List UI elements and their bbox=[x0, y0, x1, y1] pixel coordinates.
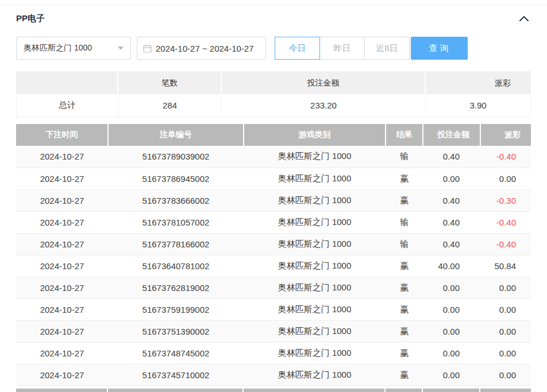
table-row: 2024-10-27 51673778166002 奥林匹斯之门 1000 输 … bbox=[16, 233, 531, 255]
bet-records-table: 下注时间 注单编号 游戏类别 结果 投注金额 派彩 2024-10-27 516… bbox=[16, 124, 531, 386]
cell-bet-amount: 0.00 bbox=[423, 298, 480, 320]
cell-result: 输 bbox=[386, 233, 423, 255]
cell-payout: 0.00 bbox=[480, 320, 531, 342]
cell-bet-amount: 0.40 bbox=[423, 189, 480, 211]
cell-bet-id: 51673783666002 bbox=[108, 189, 244, 211]
next-col-payout: 派彩 bbox=[480, 389, 531, 392]
cell-bet-id: 51673745710002 bbox=[108, 364, 244, 386]
next-col-result: 结果 bbox=[386, 389, 423, 392]
cell-result: 赢 bbox=[386, 255, 423, 277]
cell-bet-id: 51673781057002 bbox=[108, 211, 244, 233]
cell-payout: 0.00 bbox=[480, 277, 531, 298]
next-col-bet-id: 注单编号 bbox=[108, 389, 244, 392]
table-row: 2024-10-27 51673762819002 奥林匹斯之门 1000 赢 … bbox=[16, 277, 531, 298]
caret-down-icon bbox=[118, 46, 124, 50]
date-range-picker[interactable]: 2024-10-27 ~ 2024-10-27 bbox=[137, 37, 266, 60]
cell-result: 赢 bbox=[386, 277, 423, 298]
summary-bet-amount-value: 233.20 bbox=[222, 94, 426, 117]
cell-game-type: 奥林匹斯之门 1000 bbox=[244, 255, 386, 277]
summary-header-bet-amount: 投注金额 bbox=[222, 72, 426, 94]
cell-payout: -0.40 bbox=[480, 211, 531, 233]
collapse-button[interactable] bbox=[517, 13, 531, 24]
cell-payout: 0.00 bbox=[480, 364, 531, 386]
table-row: 2024-10-27 51673783666002 奥林匹斯之门 1000 赢 … bbox=[16, 189, 531, 211]
bet-records-body: 2024-10-27 51673789039002 奥林匹斯之门 1000 输 … bbox=[16, 146, 531, 386]
next-col-bet-amount: 投注金额 bbox=[423, 389, 480, 392]
summary-count-value: 284 bbox=[118, 94, 222, 117]
cell-game-type: 奥林匹斯之门 1000 bbox=[244, 298, 386, 320]
cell-payout: 50.84 bbox=[480, 255, 531, 277]
cell-bet-id: 51673786945002 bbox=[108, 168, 244, 189]
cell-game-type: 奥林匹斯之门 1000 bbox=[244, 320, 386, 342]
quick-range-group: 今日 昨日 近8日 bbox=[275, 37, 410, 60]
cell-payout: -0.30 bbox=[480, 189, 531, 211]
summary-header-empty bbox=[17, 72, 118, 94]
cell-bet-time: 2024-10-27 bbox=[16, 168, 108, 189]
cell-bet-time: 2024-10-27 bbox=[16, 298, 108, 320]
cell-game-type: 奥林匹斯之门 1000 bbox=[244, 233, 386, 255]
table-row: 2024-10-27 51673786945002 奥林匹斯之门 1000 赢 … bbox=[16, 168, 531, 189]
cell-bet-time: 2024-10-27 bbox=[16, 189, 108, 211]
cell-bet-id: 51673759199002 bbox=[108, 298, 244, 320]
cell-payout: 0.00 bbox=[480, 168, 531, 189]
cell-result: 赢 bbox=[386, 342, 423, 364]
cell-game-type: 奥林匹斯之门 1000 bbox=[244, 189, 386, 211]
col-bet-amount: 投注金额 bbox=[423, 124, 480, 146]
table-row: 2024-10-27 51673748745002 奥林匹斯之门 1000 赢 … bbox=[16, 342, 531, 364]
cell-bet-amount: 40.00 bbox=[423, 255, 480, 277]
next-table-header: 下注时间 注单编号 游戏类别 结果 投注金额 派彩 bbox=[16, 389, 531, 392]
cell-bet-id: 51673748745002 bbox=[108, 342, 244, 364]
cell-result: 赢 bbox=[386, 298, 423, 320]
panel-header: PP电子 bbox=[16, 5, 531, 32]
cell-game-type: 奥林匹斯之门 1000 bbox=[244, 168, 386, 189]
pp-dianzi-panel: PP电子 奥林匹斯之门 1000 2024-10-27 ~ 2024-10-27… bbox=[0, 5, 547, 392]
table-row: 2024-10-27 51673640781002 奥林匹斯之门 1000 赢 … bbox=[16, 255, 531, 277]
filter-bar: 奥林匹斯之门 1000 2024-10-27 ~ 2024-10-27 今日 昨… bbox=[16, 37, 531, 60]
col-result: 结果 bbox=[386, 124, 423, 146]
next-col-game-type: 游戏类别 bbox=[244, 389, 386, 392]
cell-result: 赢 bbox=[386, 168, 423, 189]
cell-result: 输 bbox=[386, 211, 423, 233]
cell-bet-amount: 0.00 bbox=[423, 277, 480, 298]
cell-bet-time: 2024-10-27 bbox=[16, 364, 108, 386]
cell-result: 赢 bbox=[386, 364, 423, 386]
summary-table: 笔数 投注金额 派彩 总计 284 233.20 3.90 bbox=[16, 71, 531, 117]
table-row: 2024-10-27 51673745710002 奥林匹斯之门 1000 赢 … bbox=[16, 364, 531, 386]
today-button[interactable]: 今日 bbox=[275, 37, 320, 60]
col-bet-id: 注单编号 bbox=[108, 124, 244, 146]
cell-bet-time: 2024-10-27 bbox=[16, 211, 108, 233]
cell-bet-id: 51673789039002 bbox=[108, 146, 244, 168]
table-row: 2024-10-27 51673759199002 奥林匹斯之门 1000 赢 … bbox=[16, 298, 531, 320]
cell-game-type: 奥林匹斯之门 1000 bbox=[244, 211, 386, 233]
game-select[interactable]: 奥林匹斯之门 1000 bbox=[16, 37, 131, 60]
cell-bet-amount: 0.40 bbox=[423, 211, 480, 233]
col-game-type: 游戏类别 bbox=[244, 124, 386, 146]
game-select-value: 奥林匹斯之门 1000 bbox=[24, 43, 92, 53]
last-8-days-button[interactable]: 近8日 bbox=[364, 37, 410, 60]
cell-bet-amount: 0.40 bbox=[423, 146, 480, 168]
summary-total-label: 总计 bbox=[17, 94, 118, 117]
cell-bet-id: 51673640781002 bbox=[108, 255, 244, 277]
cell-result: 赢 bbox=[386, 189, 423, 211]
cell-payout: 0.00 bbox=[480, 342, 531, 364]
cell-bet-time: 2024-10-27 bbox=[16, 277, 108, 298]
col-bet-time: 下注时间 bbox=[16, 124, 108, 146]
table-row: 2024-10-27 51673751390002 奥林匹斯之门 1000 赢 … bbox=[16, 320, 531, 342]
date-range-value: 2024-10-27 ~ 2024-10-27 bbox=[156, 44, 254, 53]
cell-payout: -0.40 bbox=[480, 233, 531, 255]
calendar-icon bbox=[143, 44, 152, 53]
cell-bet-id: 51673762819002 bbox=[108, 277, 244, 298]
table-row: 2024-10-27 51673781057002 奥林匹斯之门 1000 输 … bbox=[16, 211, 531, 233]
records-header-row: 下注时间 注单编号 游戏类别 结果 投注金额 派彩 bbox=[16, 124, 531, 146]
cell-payout: -0.40 bbox=[480, 146, 531, 168]
next-col-bet-time: 下注时间 bbox=[16, 389, 108, 392]
query-button[interactable]: 查询 bbox=[411, 37, 468, 60]
cell-game-type: 奥林匹斯之门 1000 bbox=[244, 277, 386, 298]
cell-bet-amount: 0.00 bbox=[423, 168, 480, 189]
summary-header-count: 笔数 bbox=[118, 72, 222, 94]
cell-bet-time: 2024-10-27 bbox=[16, 255, 108, 277]
section-title: PP电子 bbox=[16, 13, 45, 24]
yesterday-button[interactable]: 昨日 bbox=[319, 37, 365, 60]
cell-bet-time: 2024-10-27 bbox=[16, 342, 108, 364]
col-payout: 派彩 bbox=[480, 124, 531, 146]
